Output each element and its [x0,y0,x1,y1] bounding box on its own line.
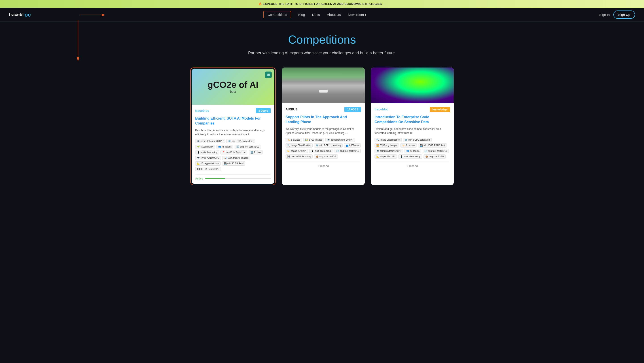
tag-label: trng-test split 81/19 [428,150,447,152]
tag-label: 16 keypoints/class [200,162,219,165]
logo-dot: oc [24,12,31,18]
tag-item: 📐shape 224x224 [374,154,397,159]
logo[interactable]: tracebloc [9,12,31,18]
card-prize-1: 1 000 € [256,108,271,113]
tag-item: 📍Key Point Detection [220,150,247,154]
card-title-2: Support Pilots In The Approach And Landi… [286,115,361,125]
status-label-2: Finished [286,164,361,168]
nav-item-docs[interactable]: Docs [312,13,320,17]
sign-up-button[interactable]: Sign Up [613,10,635,19]
tag-label: min 50 GB RAM [228,162,244,165]
tag-icon: 🔲 [197,168,200,170]
tag-icon: ⚙️ [405,139,408,141]
card-body-3: tracebloc knowledge Introduction To Ente… [371,103,454,171]
tag-label: min 5 CPU cores/trng [232,140,253,142]
tag-icon: 💾 [287,155,290,158]
tag-icon: 💻 [376,150,379,152]
nav-link-about[interactable]: About Us [327,13,341,16]
nav-item-blog[interactable]: Blog [298,13,305,17]
competition-card-1[interactable]: ⊞ gCO2e of AI beta tracebloc 1 000 € Bui… [192,69,274,184]
tag-label: sustainability [200,145,213,148]
card-title-3: Introduction To Enterprise Code Competit… [374,115,450,125]
tag-icon: 🔄 [336,150,339,152]
tracebloc-logo-text-3: tracebloc [374,107,388,111]
tag-icon: 📐 [376,155,379,158]
tag-label: 3 classes [291,139,300,141]
tag-icon: 🌱 [197,145,200,148]
tag-icon: 🔍 [376,139,379,141]
card-description-2: We warmly invite your models to the pres… [286,127,361,135]
tag-item: 🔍Image Classification [374,138,402,142]
status-label-3: Finished [374,164,450,168]
tag-label: 1 class [254,151,261,154]
tag-item: 👥49 Teams [404,149,421,153]
road-marking [319,90,328,92]
nav-link-blog[interactable]: Blog [298,13,305,16]
competition-card-3[interactable]: tracebloc knowledge Introduction To Ente… [371,67,454,185]
tag-item: 🖼️5 723 images [304,138,324,142]
tag-item: 💻compute/team: 20 PF [374,149,403,153]
tag-item: 1️⃣1 class [249,150,263,154]
tag-item: 🔄trng-test split 81/19 [422,149,449,153]
tag-icon: 🖥️ [197,157,200,159]
page-title: Competitions [4,33,640,46]
cards-section: ⊞ gCO2e of AI beta tracebloc 1 000 € Bui… [0,63,644,198]
page-subtitle: Partner with leading AI experts who solv… [4,50,640,56]
card-description-1: Benchmarking AI models for both performa… [195,128,271,136]
tag-label: multi-client setup [200,151,217,154]
nav-link-docs[interactable]: Docs [312,13,320,16]
tag-label: Image Classification [291,144,311,147]
tag-label: 5355 trng images [380,144,397,147]
competition-card-2[interactable]: AIRBUS 19 000 € Support Pilots In The Ap… [282,67,365,185]
tag-label: 2 classes [406,144,415,147]
tag-icon: 📐 [197,162,200,165]
tag-label: min 5 CPU cores/trng [319,144,341,147]
tag-icon: 👥 [218,145,221,148]
status-label-1: Active [195,177,203,180]
tag-item: 💻compute/team: 200 PF [195,139,225,143]
tag-item: ⚙️min 5 CPU cores/trng [226,139,255,143]
tag-label: min 10GB RAM/client [424,144,445,147]
nav-link-competitions[interactable]: Competitions [264,11,291,18]
tag-item: 📱multi-client setup [309,149,333,153]
tag-item: 👥86 Teams [344,143,361,148]
card-image-road [282,67,365,103]
card-tags-3: 🔍Image Classification⚙️min 5 CPU cores/t… [374,138,450,159]
tag-icon: 🖼️ [305,139,308,141]
nav-link-newsroom[interactable]: Newsroom ▾ [348,13,367,17]
card-meta-3: tracebloc knowledge [374,107,450,112]
tag-icon: ⚙️ [316,144,318,147]
nav-item-competitions[interactable]: Competitions [264,13,291,17]
tag-icon: 🔍 [287,144,290,147]
sign-in-button[interactable]: Sign In [599,13,610,16]
tag-label: trng size 1.65GB [319,155,336,158]
card-header-icon: ⊞ [265,71,272,78]
tag-label: 86 Teams [349,144,359,147]
tag-label: multi-client setup [314,150,332,152]
nav-actions: Sign In Sign Up [599,10,635,19]
tag-label: Image Classification [380,139,400,141]
card-tags-1: 💻compute/team: 200 PF⚙️min 5 CPU cores/t… [195,139,271,171]
tag-icon: 📦 [425,155,428,158]
tag-item: 💾min 50 GB RAM [222,161,245,166]
tag-item: 🔍Image Classification [286,143,312,148]
tag-item: 🖼️5355 trng images [374,143,399,148]
tag-icon: 📐 [287,150,290,152]
tag-icon: 📊 [224,157,227,159]
card-wrapper-highlighted: ⊞ gCO2e of AI beta tracebloc 1 000 € Bui… [190,67,276,185]
svg-marker-1 [102,14,105,16]
tag-icon: 💻 [197,140,200,142]
tag-label: compute/team: 200 PF [331,139,353,141]
tag-item: 💾min 10GB RAM/client [418,143,447,148]
tag-item: 📱multi-client setup [398,154,422,159]
nav-item-newsroom[interactable]: Newsroom ▾ [348,13,367,17]
tag-label: compute/team: 20 PF [380,150,402,152]
card-meta-1: tracebloc 1 000 € [195,108,271,113]
top-banner[interactable]: 🔥 EXPLORE THE PATH TO EFFICIENT AI: GREE… [0,0,644,8]
card-status-2: Finished [286,162,361,168]
tag-item: 🔄trng-test split 81/19 [234,145,261,149]
tag-item: ⚙️min 5 CPU cores/trng [403,138,432,142]
nav-links: Competitions Blog Docs About Us Newsroom… [264,13,366,17]
tag-icon: 👥 [406,150,409,152]
nav-item-about[interactable]: About Us [327,13,341,17]
